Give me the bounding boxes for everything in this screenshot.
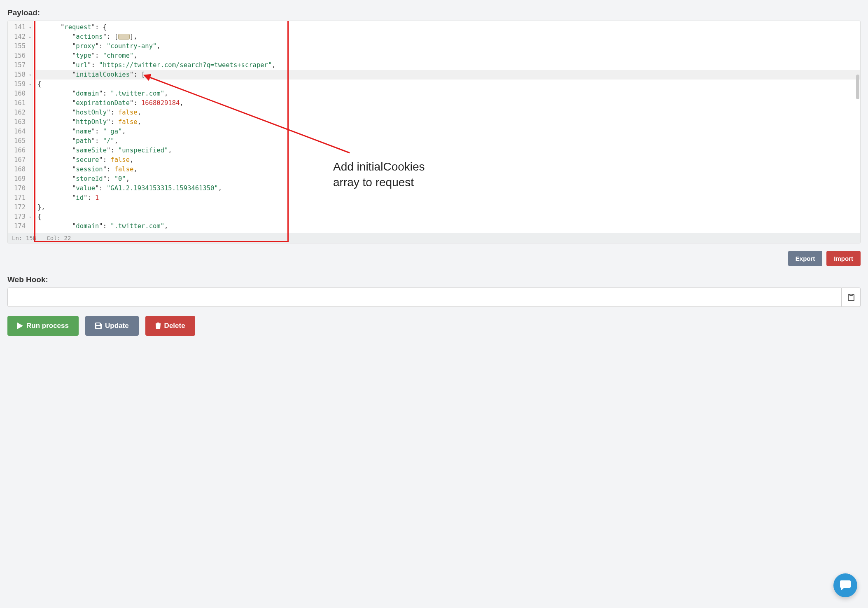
fold-open-icon[interactable]: ▾: [29, 212, 31, 222]
code-line[interactable]: "hostOnly": false,: [36, 108, 860, 117]
gutter-line: 171: [8, 193, 32, 203]
code-line[interactable]: "domain": ".twitter.com",: [36, 222, 860, 231]
clipboard-icon: [848, 294, 854, 301]
fold-open-icon[interactable]: ▾: [29, 23, 31, 32]
gutter-line: 172: [8, 203, 32, 212]
code-line[interactable]: "expirationDate": 1668029184,: [36, 98, 860, 108]
webhook-input[interactable]: [7, 288, 842, 307]
code-line[interactable]: "domain": ".twitter.com",: [36, 89, 860, 98]
gutter-line: 174: [8, 222, 32, 231]
status-line: 158: [26, 235, 36, 241]
editor-gutter: 141▾142▸155156157158▾159▾160161162163164…: [8, 21, 33, 233]
clipboard-button[interactable]: [842, 288, 861, 307]
gutter-line: 155: [8, 42, 32, 51]
delete-button[interactable]: Delete: [145, 316, 195, 336]
update-button[interactable]: Update: [85, 316, 139, 336]
action-buttons-row: Run process Update Delete: [7, 316, 861, 336]
editor-statusbar: Ln: 158 Col: 22: [8, 233, 860, 243]
gutter-line: 142▸: [8, 32, 32, 42]
trash-icon: [155, 323, 161, 329]
code-line[interactable]: "storeId": "0",: [36, 174, 860, 184]
gutter-line: 167: [8, 155, 32, 165]
code-line[interactable]: "id": 1: [36, 193, 860, 203]
gutter-line: 166: [8, 146, 32, 155]
fold-open-icon[interactable]: ▾: [29, 70, 31, 80]
code-line[interactable]: "path": "/",: [36, 136, 860, 146]
webhook-label: Web Hook:: [7, 275, 861, 284]
gutter-line: 158▾: [8, 70, 32, 80]
code-line[interactable]: {: [36, 212, 860, 222]
code-line[interactable]: "value": "GA1.2.1934153315.1593461350",: [36, 184, 860, 193]
code-line[interactable]: },: [36, 203, 860, 212]
code-line[interactable]: "actions": [],: [36, 32, 860, 42]
code-line[interactable]: {: [36, 80, 860, 89]
gutter-line: 168: [8, 165, 32, 174]
save-icon: [95, 323, 102, 329]
annotation-text: Add initialCookiesarray to request: [333, 159, 425, 190]
gutter-line: 163: [8, 117, 32, 127]
code-line[interactable]: "initialCookies": [: [36, 70, 860, 80]
code-line[interactable]: "proxy": "country-any",: [36, 42, 860, 51]
gutter-line: 173▾: [8, 212, 32, 222]
status-col: 22: [64, 235, 71, 241]
run-process-button[interactable]: Run process: [7, 316, 79, 336]
fold-closed-icon[interactable]: ▸: [29, 32, 31, 42]
import-button[interactable]: Import: [826, 251, 861, 266]
gutter-line: 160: [8, 89, 32, 98]
code-line[interactable]: "session": false,: [36, 165, 860, 174]
code-line[interactable]: "secure": false,: [36, 155, 860, 165]
export-import-row: Export Import: [7, 251, 861, 266]
gutter-line: 164: [8, 127, 32, 136]
scrollbar-thumb[interactable]: [856, 75, 859, 99]
code-line[interactable]: "sameSite": "unspecified",: [36, 146, 860, 155]
gutter-line: 141▾: [8, 23, 32, 32]
gutter-line: 161: [8, 98, 32, 108]
gutter-line: 162: [8, 108, 32, 117]
editor-code[interactable]: "request": { "actions": [], "proxy": "co…: [33, 21, 860, 233]
export-button[interactable]: Export: [788, 251, 823, 266]
play-icon: [17, 323, 23, 329]
fold-open-icon[interactable]: ▾: [29, 80, 31, 89]
code-line[interactable]: "name": "_ga",: [36, 127, 860, 136]
gutter-line: 157: [8, 61, 32, 70]
code-line[interactable]: "httpOnly": false,: [36, 117, 860, 127]
code-line[interactable]: "request": {: [36, 23, 860, 32]
payload-editor[interactable]: 141▾142▸155156157158▾159▾160161162163164…: [7, 21, 861, 243]
gutter-line: 156: [8, 51, 32, 61]
gutter-line: 159▾: [8, 80, 32, 89]
payload-label: Payload:: [7, 8, 861, 17]
gutter-line: 170: [8, 184, 32, 193]
fold-badge-icon[interactable]: [118, 34, 130, 40]
code-line[interactable]: "type": "chrome",: [36, 51, 860, 61]
code-line[interactable]: "url": "https://twitter.com/search?q=twe…: [36, 61, 860, 70]
gutter-line: 165: [8, 136, 32, 146]
gutter-line: 169: [8, 174, 32, 184]
